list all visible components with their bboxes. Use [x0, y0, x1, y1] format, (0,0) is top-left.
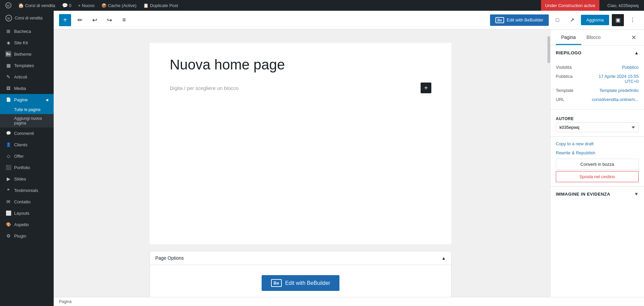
admin-bar-comments[interactable]: 💬 0 — [59, 0, 74, 11]
add-block-inline-button[interactable]: + — [421, 83, 431, 93]
more-icon: ⋮ — [630, 17, 635, 23]
slides-icon: ▶ — [5, 176, 11, 182]
undo-icon: ↩ — [92, 16, 97, 24]
right-panel: Pagina Blocco ✕ Riepilogo ▲ Visibilità — [550, 30, 644, 306]
actions-body: Copy to a new draft Rewrite & Republish … — [550, 137, 644, 186]
external-icon: ↗ — [570, 17, 574, 23]
sidebar-item-layouts[interactable]: ⬜ Layouts — [0, 207, 54, 219]
sidebar-item-media[interactable]: 🖼 Media — [0, 83, 54, 94]
sidebar-item-betheme[interactable]: Be Betheme — [0, 48, 54, 60]
autore-label: AUTORE — [556, 114, 639, 122]
tab-blocco[interactable]: Blocco — [581, 31, 606, 45]
sidebar-item-offer[interactable]: ◇ Offer — [0, 150, 54, 162]
pagine-icon: 📄 — [5, 97, 11, 103]
pubblica-value[interactable]: 17 Aprile 2024 15:55UTC+0 — [599, 74, 639, 84]
sidebar-item-testimonials[interactable]: ❝ Testimonials — [0, 185, 54, 196]
riepilogo-title: Riepilogo — [556, 50, 582, 55]
visibility-value[interactable]: Pubblico — [622, 65, 639, 70]
sidebar-item-aspetto[interactable]: 🎨 Aspetto — [0, 219, 54, 230]
articoli-icon: ✎ — [5, 74, 11, 80]
sitekit-icon: ◈ — [5, 40, 11, 46]
immagine-title: Immagine in evidenza — [556, 192, 610, 197]
offer-icon: ◇ — [5, 153, 11, 159]
view-toggle-button[interactable]: □ — [551, 14, 564, 26]
plugin-icon: ⚙ — [5, 233, 11, 239]
admin-bar: W 🏠 Corsi di vendita 💬 0 + Nuovo 📦 Cache… — [0, 0, 644, 11]
rewrite-republish-link[interactable]: Rewrite & Republish — [556, 148, 639, 157]
sposta-cestino-button[interactable]: Sposta nel cestino — [556, 171, 639, 182]
sidebar-item-tutte-pagine[interactable]: Tutte le pagine — [0, 105, 54, 114]
panel-close-button[interactable]: ✕ — [629, 33, 639, 43]
undo-button[interactable]: ↩ — [89, 14, 101, 26]
sidebar-item-plugin[interactable]: ⚙ Plugin — [0, 230, 54, 242]
converti-bozza-button[interactable]: Converti in bozza — [556, 159, 639, 170]
admin-bar-wp-logo[interactable]: W — [3, 0, 14, 11]
settings-icon: ▣ — [615, 17, 621, 23]
portfolio-icon: ⬛ — [5, 164, 11, 170]
betheme-icon: Be — [5, 51, 11, 57]
admin-bar-new[interactable]: + Nuovo — [75, 0, 97, 11]
main-container: + ✏ ↩ ↪ ≡ Be Edit with BeBuilder □ ↗ — [54, 11, 644, 306]
sidebar-logo[interactable]: W Corsi di vendita — [0, 11, 54, 26]
bebuilder-main-button[interactable]: Be Edit with BeBuilder — [262, 275, 340, 291]
redo-button[interactable]: ↪ — [103, 14, 115, 26]
sidebar-item-bacheca[interactable]: ⊞ Bacheca — [0, 26, 54, 37]
admin-bar-cache[interactable]: 📦 Cache (Active) — [99, 0, 139, 11]
contatto-icon: ✉ — [5, 199, 11, 205]
sidebar-item-sitekit[interactable]: ◈ Site Kit — [0, 37, 54, 48]
media-icon: 🖼 — [5, 85, 11, 91]
toolbar-right: Be Edit with BeBuilder □ ↗ Aggiorna ▣ ⋮ — [490, 14, 639, 26]
sidebar-item-portfolio[interactable]: ⬛ Portfolio — [0, 162, 54, 173]
block-placeholder-text: Digita / per scegliere un blocco — [170, 85, 417, 91]
immagine-header[interactable]: Immagine in evidenza ▼ — [556, 191, 639, 197]
be-logo-main: Be — [271, 279, 282, 287]
admin-bar-duplicate[interactable]: 📋 Duplicate Post — [141, 0, 181, 11]
editor-canvas: Digita / per scegliere un blocco + — [150, 43, 451, 244]
sidebar-item-clients[interactable]: 👤 Clients — [0, 139, 54, 150]
sidebar-item-aggiungi-pagina[interactable]: Aggiungi nuova pagina — [0, 114, 54, 128]
pubblica-label: Pubblica — [556, 74, 583, 79]
aggiorna-button[interactable]: Aggiorna — [581, 15, 609, 25]
close-icon: ✕ — [631, 34, 636, 41]
be-logo: Be — [495, 17, 504, 23]
vertical-scrollbar[interactable] — [547, 30, 550, 306]
pencil-icon: ✏ — [77, 16, 83, 24]
settings-toggle-button[interactable]: ▣ — [612, 14, 624, 26]
under-construction-badge[interactable]: Under Construction active — [541, 0, 599, 11]
templates-icon: ▦ — [5, 62, 11, 68]
copy-to-draft-link[interactable]: Copy to a new draft — [556, 139, 639, 148]
list-view-button[interactable]: ≡ — [118, 14, 130, 26]
page-options-title: Page Options — [155, 255, 184, 261]
editor-scroll-area: Digita / per scegliere un blocco + Page … — [54, 30, 547, 306]
more-options-button[interactable]: ⋮ — [627, 14, 639, 26]
immagine-collapse-icon: ▼ — [634, 191, 639, 197]
bacheca-icon: ⊞ — [5, 28, 11, 34]
tab-pagina[interactable]: Pagina — [556, 31, 581, 45]
external-link-button[interactable]: ↗ — [566, 14, 578, 26]
svg-text:W: W — [7, 17, 10, 20]
url-value[interactable]: corsidivendita.online/n... — [592, 97, 639, 102]
page-title-input[interactable] — [170, 56, 431, 73]
autore-body: AUTORE k035epwq — [550, 110, 644, 136]
sidebar-item-articoli[interactable]: ✎ Articoli — [0, 71, 54, 83]
sidebar-item-slides[interactable]: ▶ Slides — [0, 173, 54, 185]
svg-text:W: W — [7, 4, 10, 7]
page-options-header[interactable]: Page Options ▲ — [150, 251, 451, 265]
bebuilder-toolbar-button[interactable]: Be Edit with BeBuilder — [490, 14, 549, 26]
sidebar-item-commenti[interactable]: 💬 Commenti — [0, 128, 54, 139]
redo-icon: ↪ — [107, 16, 112, 24]
add-block-button[interactable]: + — [59, 14, 71, 26]
sidebar-item-pagine[interactable]: 📄 Pagine ◀ — [0, 94, 54, 105]
admin-bar-site[interactable]: 🏠 Corsi di vendita — [15, 0, 58, 11]
visibility-label: Visibilità — [556, 65, 583, 70]
template-row: Template Template predefinito — [556, 86, 639, 95]
autore-section: AUTORE k035epwq — [550, 110, 644, 137]
edit-mode-button[interactable]: ✏ — [74, 14, 86, 26]
sidebar-item-contatto[interactable]: ✉ Contatto — [0, 196, 54, 207]
sidebar-item-templates[interactable]: ▦ Templates — [0, 60, 54, 71]
author-select[interactable]: k035epwq — [556, 122, 639, 132]
riepilogo-header[interactable]: Riepilogo ▲ — [550, 46, 644, 60]
actions-section: Copy to a new draft Rewrite & Republish … — [550, 137, 644, 187]
editor-toolbar: + ✏ ↩ ↪ ≡ Be Edit with BeBuilder □ ↗ — [54, 11, 644, 30]
template-value[interactable]: Template predefinito — [599, 88, 639, 93]
